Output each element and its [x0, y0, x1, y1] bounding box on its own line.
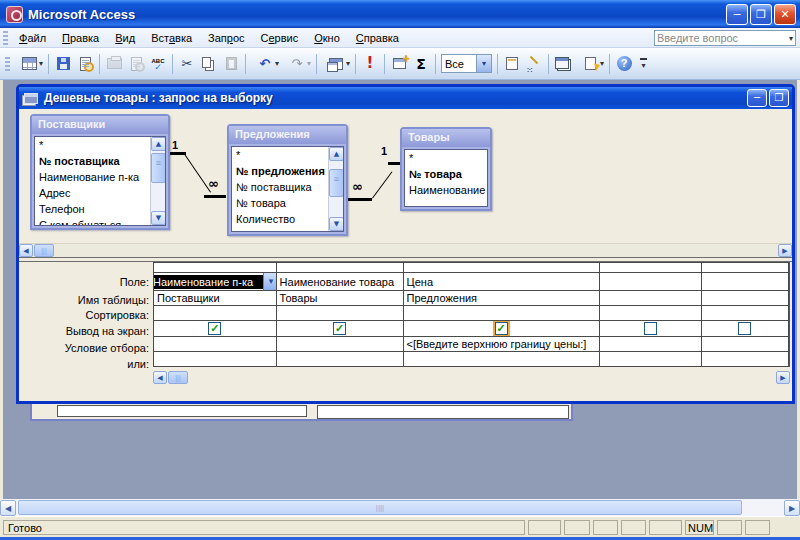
- spelling-button[interactable]: ABC ✓: [147, 53, 169, 75]
- field-cell-4[interactable]: [701, 273, 788, 291]
- database-window-button[interactable]: [552, 53, 574, 75]
- menu-grip[interactable]: [3, 31, 8, 45]
- scroll-right-icon[interactable]: ▶: [784, 500, 800, 516]
- query-maximize-button[interactable]: ❐: [769, 89, 789, 107]
- field-item[interactable]: С кем общаться: [35, 217, 165, 226]
- scroll-down-icon[interactable]: ▼: [151, 211, 166, 225]
- top-values-combo[interactable]: Все ▾: [441, 54, 492, 73]
- criteria-cell-3[interactable]: [599, 337, 701, 352]
- field-item[interactable]: № поставщика: [35, 153, 165, 169]
- or-cell-2[interactable]: [403, 352, 599, 367]
- sort-cell-3[interactable]: [599, 306, 701, 321]
- menu-edit[interactable]: Правка: [54, 30, 107, 46]
- totals-button[interactable]: Σ: [410, 53, 432, 75]
- table-cell-3[interactable]: [599, 291, 701, 306]
- query-window-title-bar[interactable]: Дешевые товары : запрос на выборку ─ ❐: [19, 87, 792, 109]
- sort-cell-2[interactable]: [403, 306, 599, 321]
- scroll-right-icon[interactable]: ▶: [778, 244, 792, 257]
- field-item[interactable]: № поставщика: [232, 179, 343, 195]
- grid-column-headers[interactable]: [154, 263, 789, 273]
- field-cell-1[interactable]: Наименование товара: [276, 273, 403, 291]
- menu-tools[interactable]: Сервис: [253, 30, 307, 46]
- criteria-cell-2[interactable]: <[Введите верхнюю границу цены:]: [403, 337, 599, 352]
- field-item[interactable]: *: [35, 137, 165, 153]
- sort-cell-1[interactable]: [276, 306, 403, 321]
- sort-cell-0[interactable]: [154, 306, 277, 321]
- menu-help[interactable]: Справка: [348, 30, 407, 46]
- field-item[interactable]: № предложения: [232, 163, 343, 179]
- field-item[interactable]: № товара: [405, 166, 487, 182]
- offers-scrollbar[interactable]: ▲ ▼: [328, 147, 343, 231]
- scroll-left-icon[interactable]: ◀: [153, 371, 167, 384]
- show-checkbox-1[interactable]: [333, 322, 346, 335]
- table-box-suppliers[interactable]: Поставщики * № поставщика Наименование п…: [30, 114, 170, 230]
- menu-insert[interactable]: Вставка: [143, 30, 200, 46]
- table-title-goods[interactable]: Товары: [402, 129, 490, 147]
- ask-question-input[interactable]: Введите вопрос ▾: [654, 30, 796, 46]
- criteria-cell-1[interactable]: [276, 337, 403, 352]
- toolbar-options-button[interactable]: ▾: [637, 52, 650, 76]
- ask-question-dropdown-icon[interactable]: ▾: [789, 34, 793, 43]
- table-cell-2[interactable]: Предложения: [403, 291, 599, 306]
- run-button[interactable]: !: [359, 53, 381, 75]
- menu-window[interactable]: Окно: [306, 30, 348, 46]
- field-cell-2[interactable]: Цена: [403, 273, 599, 291]
- toolbar-grip[interactable]: [5, 57, 10, 71]
- show-checkbox-3[interactable]: [644, 322, 657, 335]
- field-item[interactable]: Телефон: [35, 201, 165, 217]
- top-values-dropdown-icon[interactable]: ▾: [476, 55, 491, 72]
- new-object-button[interactable]: [574, 53, 606, 75]
- show-checkbox-2[interactable]: [495, 322, 508, 335]
- cut-button[interactable]: ✂: [176, 53, 198, 75]
- scroll-left-icon[interactable]: ◀: [0, 500, 16, 516]
- query-type-button[interactable]: [320, 53, 352, 75]
- table-cell-4[interactable]: [701, 291, 788, 306]
- scroll-left-icon[interactable]: ◀: [19, 244, 33, 257]
- build-button[interactable]: [523, 53, 545, 75]
- save-button[interactable]: [52, 53, 74, 75]
- criteria-cell-0[interactable]: [154, 337, 277, 352]
- restore-button[interactable]: ❐: [750, 4, 772, 25]
- selected-field-value[interactable]: Наименование п-ка: [154, 275, 263, 289]
- close-button[interactable]: ✕: [774, 4, 796, 25]
- table-cell-1[interactable]: Товары: [276, 291, 403, 306]
- copy-button[interactable]: [198, 53, 220, 75]
- table-cell-0[interactable]: Поставщики: [154, 291, 277, 306]
- or-cell-3[interactable]: [599, 352, 701, 367]
- query-minimize-button[interactable]: ─: [747, 89, 767, 107]
- table-box-goods[interactable]: Товары * № товара Наименование т: [400, 127, 492, 211]
- view-button[interactable]: [13, 53, 45, 75]
- field-item[interactable]: Количество: [232, 211, 343, 227]
- or-cell-0[interactable]: [154, 352, 277, 367]
- field-item[interactable]: Наименование п-ка: [35, 169, 165, 185]
- menu-query[interactable]: Запрос: [200, 30, 252, 46]
- table-box-offers[interactable]: Предложения * № предложения № поставщика…: [227, 124, 348, 236]
- field-item[interactable]: № товара: [232, 195, 343, 211]
- file-search-button[interactable]: [74, 53, 96, 75]
- field-item[interactable]: *: [232, 147, 343, 163]
- undo-button[interactable]: ↶: [249, 53, 281, 75]
- scroll-up-icon[interactable]: ▲: [151, 137, 166, 151]
- scroll-up-icon[interactable]: ▲: [329, 147, 344, 161]
- help-button[interactable]: ?: [613, 53, 635, 75]
- field-cell-3[interactable]: [599, 273, 701, 291]
- sort-cell-4[interactable]: [701, 306, 788, 321]
- suppliers-scrollbar[interactable]: ▲ ▼: [150, 137, 165, 225]
- scroll-right-icon[interactable]: ▶: [776, 371, 790, 384]
- show-checkbox-4[interactable]: [738, 322, 751, 335]
- table-title-suppliers[interactable]: Поставщики: [32, 116, 168, 134]
- or-cell-1[interactable]: [276, 352, 403, 367]
- field-cell-0[interactable]: Наименование п-ка ▾: [154, 273, 277, 291]
- field-item[interactable]: *: [405, 150, 487, 166]
- scroll-down-icon[interactable]: ▼: [329, 217, 344, 231]
- tables-pane-hscrollbar[interactable]: ◀ ▶: [19, 243, 792, 257]
- show-table-button[interactable]: [388, 53, 410, 75]
- or-cell-4[interactable]: [701, 352, 788, 367]
- minimize-button[interactable]: ─: [726, 4, 748, 25]
- criteria-cell-4[interactable]: [701, 337, 788, 352]
- workspace-hscrollbar[interactable]: ◀ ▶: [0, 499, 800, 516]
- properties-button[interactable]: [501, 53, 523, 75]
- field-item[interactable]: Адрес: [35, 185, 165, 201]
- table-title-offers[interactable]: Предложения: [229, 126, 346, 144]
- grid-hscrollbar[interactable]: ◀ ▶: [153, 370, 790, 384]
